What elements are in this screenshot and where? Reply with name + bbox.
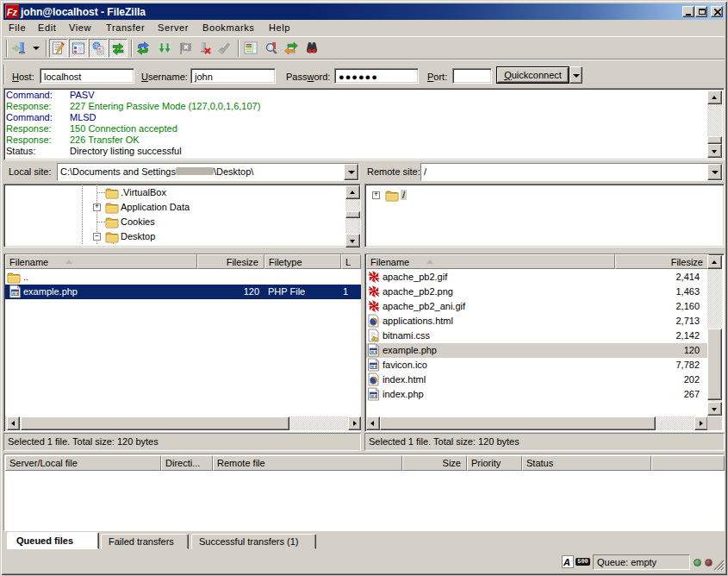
svg-text:Fz: Fz bbox=[7, 7, 18, 17]
